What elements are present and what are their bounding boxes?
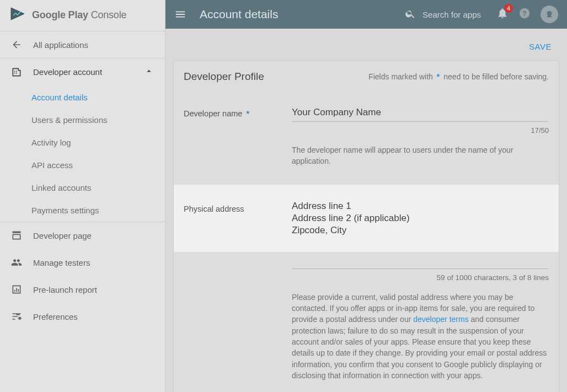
nav-prelaunch-report[interactable]: Pre-launch report xyxy=(0,276,165,303)
physical-address-input[interactable]: Address line 1 Address line 2 (if applic… xyxy=(292,200,549,237)
report-icon xyxy=(11,284,22,295)
brand: Google Play Console xyxy=(0,0,165,31)
notification-badge: 4 xyxy=(504,4,513,13)
page-icon xyxy=(11,230,22,241)
header-bar: Account details Search for apps 4 ? xyxy=(165,0,567,29)
field-helper-text: The developer name will appear to users … xyxy=(292,144,549,167)
nav-label: Pre-launch report xyxy=(33,285,97,294)
svg-text:?: ? xyxy=(522,9,527,18)
page-title: Account details xyxy=(200,8,278,21)
search-placeholder: Search for apps xyxy=(422,10,481,19)
developer-terms-link[interactable]: developer terms xyxy=(413,315,468,324)
nav-developer-page[interactable]: Developer page xyxy=(0,222,165,249)
nav-all-applications[interactable]: All applications xyxy=(0,31,165,58)
nav-sub-activity-log[interactable]: Activity log xyxy=(0,131,165,154)
help-button[interactable]: ? xyxy=(518,7,531,22)
nav-label: Developer account xyxy=(33,67,102,77)
nav-label: All applications xyxy=(33,40,88,50)
field-label: Developer name xyxy=(184,109,242,118)
nav-sub-api-access[interactable]: API access xyxy=(0,154,165,176)
sidebar: Google Play Console All applications Dev… xyxy=(0,0,165,392)
play-logo-icon xyxy=(10,7,26,23)
required-fields-note: Fields marked with * need to be filled b… xyxy=(368,72,549,81)
developer-name-field: Developer name * 17/50 The developer nam… xyxy=(184,104,549,167)
brand-text: Google Play Console xyxy=(32,9,126,21)
developer-profile-card: Developer Profile Fields marked with * n… xyxy=(173,60,559,392)
nav-developer-account[interactable]: Developer account xyxy=(0,58,165,86)
chevron-up-icon xyxy=(144,66,154,78)
nav-preferences[interactable]: Preferences xyxy=(0,303,165,330)
asterisk-icon: * xyxy=(246,109,249,118)
nav-sub-linked-accounts[interactable]: Linked accounts xyxy=(0,176,165,199)
nav-sub-account-details[interactable]: Account details xyxy=(0,86,165,109)
nav-manage-testers[interactable]: Manage testers xyxy=(0,249,165,276)
char-line-counter: 59 of 1000 characters, 3 of 8 lines xyxy=(292,273,549,282)
nav-label: Developer page xyxy=(33,231,92,240)
search-input[interactable]: Search for apps xyxy=(405,8,481,21)
arrow-back-icon xyxy=(11,39,22,50)
field-label: Physical address xyxy=(184,200,292,237)
svg-marker-0 xyxy=(11,8,24,20)
notifications-button[interactable]: 4 xyxy=(496,7,509,22)
char-counter: 17/50 xyxy=(292,126,549,135)
tune-icon xyxy=(11,311,22,322)
physical-address-field: Physical address Address line 1 Address … xyxy=(174,185,559,252)
nav-label: Manage testers xyxy=(33,258,90,267)
search-icon xyxy=(405,8,416,21)
account-avatar[interactable] xyxy=(541,6,558,23)
menu-button[interactable] xyxy=(174,8,186,20)
card-title: Developer Profile xyxy=(184,71,264,83)
nav-sub-payments-settings[interactable]: Payments settings xyxy=(0,199,165,222)
nav-sub-users-permissions[interactable]: Users & permissions xyxy=(0,109,165,131)
save-button[interactable]: SAVE xyxy=(529,42,552,51)
field-helper-text: Please provide a current, valid postal a… xyxy=(292,292,549,381)
building-icon xyxy=(11,67,22,78)
main-content: SAVE Developer Profile Fields marked wit… xyxy=(165,29,567,392)
developer-name-input[interactable] xyxy=(292,104,549,122)
people-icon xyxy=(11,257,22,268)
nav-label: Preferences xyxy=(33,312,78,321)
asterisk-icon: * xyxy=(437,72,440,81)
